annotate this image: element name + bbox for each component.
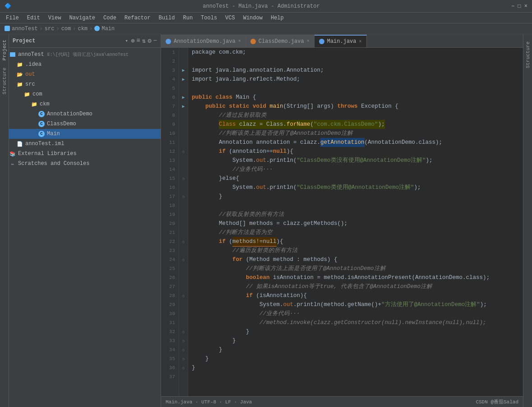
breadcrumb: annoTest›src›com›ckm›Main bbox=[0, 23, 532, 34]
code-line: Method[] methods = clazz.getMethods(); bbox=[192, 219, 519, 228]
breadcrumb-item-ckm[interactable]: ckm bbox=[78, 26, 88, 32]
editor-tab-AnnotationDemojava[interactable]: AnnotationDemo.java× bbox=[161, 35, 246, 47]
tree-item-classdemo[interactable]: CClassDemo bbox=[9, 119, 161, 129]
breadcrumb-item-com[interactable]: com bbox=[61, 26, 71, 32]
settings-icon[interactable]: ⚙ bbox=[148, 37, 151, 45]
gutter-cell bbox=[179, 129, 188, 138]
tree-item-scratches-and-consoles[interactable]: ✏️Scratches and Consoles bbox=[9, 159, 161, 169]
menu-item-tools[interactable]: Tools bbox=[197, 14, 221, 22]
code-line: boolean isAnnotation = method.isAnnotati… bbox=[192, 273, 519, 282]
sidebar-dropdown[interactable]: ▾ bbox=[125, 38, 128, 44]
gutter-cell bbox=[179, 210, 188, 219]
sidebar-header: Project ▾ ⊕ ≡ ⇅ ⚙ − bbox=[9, 34, 161, 48]
menu-item-file[interactable]: File bbox=[2, 14, 23, 22]
structure-right-label[interactable]: Structure bbox=[524, 38, 532, 72]
code-editor[interactable]: 1234567891011121314151617181920212223242… bbox=[161, 48, 523, 396]
line-number: 23 bbox=[165, 246, 175, 255]
locate-icon[interactable]: ⊕ bbox=[131, 37, 134, 45]
gutter-cell: ◷ bbox=[179, 327, 188, 336]
gutter-cell[interactable]: ▶ bbox=[179, 102, 188, 111]
tree-label: ClassDemo bbox=[47, 121, 76, 127]
folder-icon: 📁 bbox=[31, 101, 38, 108]
line-number: 31 bbox=[165, 318, 175, 327]
code-line: Class clazz = Class.forName("com.ckm.Cla… bbox=[192, 120, 519, 129]
menu-item-run[interactable]: Run bbox=[179, 14, 196, 22]
svg-rect-0 bbox=[10, 52, 15, 57]
tree-item-annotationdemo[interactable]: CAnnotationDemo bbox=[9, 109, 161, 119]
code-lines[interactable]: package com.ckm;import java.lang.annotat… bbox=[188, 48, 523, 396]
editor-tab-ClassDemojava[interactable]: ClassDemo.java× bbox=[246, 35, 315, 47]
status-bar: Main.java · UTF-8 · LF · Java CSDN @番茄Sa… bbox=[161, 396, 523, 407]
line-numbers: 1234567891011121314151617181920212223242… bbox=[161, 48, 179, 396]
code-line: for (Method method : methods) { bbox=[192, 255, 519, 264]
line-number: 11 bbox=[165, 138, 175, 147]
code-line: //获取反射类的所有方法 bbox=[192, 210, 519, 219]
status-info: Main.java · UTF-8 · LF · Java bbox=[166, 399, 252, 405]
window-title: annoTest - Main.java - Administrator bbox=[203, 3, 319, 9]
tree-label: .idea bbox=[25, 61, 42, 68]
expand-icon[interactable]: ⇅ bbox=[142, 37, 146, 45]
breadcrumb-item-annotest[interactable]: annoTest bbox=[5, 26, 38, 32]
right-panel: Structure bbox=[523, 34, 532, 407]
menu-item-navigate[interactable]: Navigate bbox=[65, 14, 99, 22]
gutter-cell bbox=[179, 300, 188, 309]
line-number: 22 bbox=[165, 237, 175, 246]
tab-close-button[interactable]: × bbox=[359, 39, 362, 44]
breadcrumb-item-src[interactable]: src bbox=[45, 26, 55, 32]
code-line: //业务代码··· bbox=[192, 309, 519, 318]
line-number: 12 bbox=[165, 147, 175, 156]
menu-item-code[interactable]: Code bbox=[100, 14, 120, 22]
editor-tab-Mainjava[interactable]: Main.java× bbox=[315, 35, 367, 47]
code-line: public static void main(String[] args) t… bbox=[192, 102, 519, 111]
menu-item-refactor[interactable]: Refactor bbox=[121, 14, 154, 22]
collapse-icon[interactable]: ≡ bbox=[136, 37, 140, 45]
menu-item-help[interactable]: Help bbox=[267, 14, 287, 22]
code-line: //判断该方法上面是否使用了@AnnotationDemo注解 bbox=[192, 264, 519, 273]
tree-item-main[interactable]: CMain bbox=[9, 129, 161, 139]
line-number: 28 bbox=[165, 291, 175, 300]
gutter-cell: ◷ bbox=[179, 336, 188, 345]
line-number: 6 bbox=[165, 93, 175, 102]
tab-label: AnnotationDemo.java bbox=[174, 38, 236, 45]
tree-label: src bbox=[25, 81, 35, 87]
gutter-cell[interactable]: ▶ bbox=[179, 93, 188, 102]
gutter-cell[interactable]: ▶ bbox=[179, 66, 188, 75]
menu-item-build[interactable]: Build bbox=[155, 14, 178, 22]
menu-item-edit[interactable]: Edit bbox=[23, 14, 44, 22]
main-layout: Project Structure Project ▾ ⊕ ≡ ⇅ ⚙ − an… bbox=[0, 34, 532, 407]
scratches-icon: ✏️ bbox=[9, 160, 16, 167]
tree-item-external-libraries[interactable]: 📚External Libraries bbox=[9, 149, 161, 159]
line-number: 10 bbox=[165, 129, 175, 138]
gutter-cell: ◷ bbox=[179, 291, 188, 300]
gutter-cell[interactable]: ▶ bbox=[179, 75, 188, 84]
tree-label: ckm bbox=[40, 101, 50, 107]
breadcrumb-item-main[interactable]: Main bbox=[94, 26, 115, 32]
line-number: 24 bbox=[165, 255, 175, 264]
tree-item-com[interactable]: 📁com bbox=[9, 89, 161, 99]
menu-item-window[interactable]: Window bbox=[240, 14, 266, 22]
line-number: 8 bbox=[165, 111, 175, 120]
gutter-cell bbox=[179, 156, 188, 165]
gutter-cell bbox=[179, 183, 188, 192]
tree-item-annotest[interactable]: annoTest E:\[代码] 项目汇总\java\annoTest bbox=[9, 50, 161, 59]
tree-label: com bbox=[32, 91, 42, 97]
line-number: 4 bbox=[165, 75, 175, 84]
tree-item-out[interactable]: 📂out bbox=[9, 69, 161, 79]
tree-item-annotest.iml[interactable]: 📄annoTest.iml bbox=[9, 139, 161, 149]
gutter-cell: ◷ bbox=[179, 354, 188, 363]
menu-item-view[interactable]: View bbox=[45, 14, 65, 22]
menu-item-vcs[interactable]: VCS bbox=[222, 14, 239, 22]
gutter-cell: ◷ bbox=[179, 255, 188, 264]
tree-item-src[interactable]: 📁src bbox=[9, 79, 161, 89]
tree-item-ckm[interactable]: 📁ckm bbox=[9, 99, 161, 109]
line-number: 27 bbox=[165, 282, 175, 291]
tab-close-button[interactable]: × bbox=[307, 39, 310, 44]
close-sidebar-icon[interactable]: − bbox=[153, 37, 157, 45]
tree-item-.idea[interactable]: 📁.idea bbox=[9, 59, 161, 69]
project-tab-label[interactable]: Project bbox=[1, 36, 8, 64]
folder-icon: 📁 bbox=[23, 91, 31, 98]
tab-close-button[interactable]: × bbox=[238, 39, 241, 44]
line-number: 25 bbox=[165, 264, 175, 273]
structure-tab-label[interactable]: Structure bbox=[1, 64, 8, 98]
java-main-icon: C bbox=[38, 130, 45, 137]
